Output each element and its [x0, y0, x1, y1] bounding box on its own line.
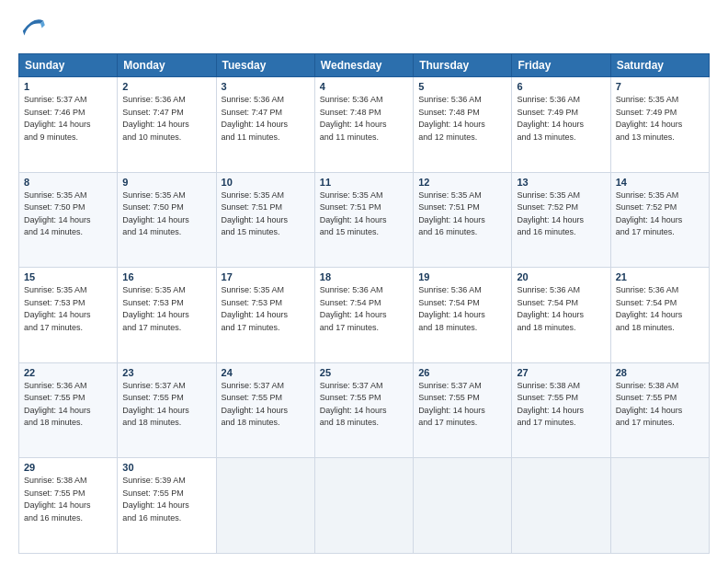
day-info: Sunrise: 5:38 AMSunset: 7:55 PMDaylight:… — [616, 380, 704, 430]
day-cell — [610, 458, 709, 554]
day-number: 3 — [222, 81, 310, 92]
day-cell: 21Sunrise: 5:36 AMSunset: 7:54 PMDayligh… — [610, 268, 709, 363]
day-info: Sunrise: 5:37 AMSunset: 7:55 PMDaylight:… — [122, 380, 210, 430]
day-info: Sunrise: 5:36 AMSunset: 7:54 PMDaylight:… — [517, 284, 605, 334]
day-cell: 19Sunrise: 5:36 AMSunset: 7:54 PMDayligh… — [414, 268, 512, 363]
day-cell: 17Sunrise: 5:35 AMSunset: 7:53 PMDayligh… — [216, 268, 314, 363]
day-info: Sunrise: 5:37 AMSunset: 7:55 PMDaylight:… — [418, 380, 506, 430]
day-number: 8 — [24, 177, 112, 188]
logo-icon — [18, 15, 48, 44]
day-info: Sunrise: 5:37 AMSunset: 7:55 PMDaylight:… — [320, 380, 408, 430]
day-cell: 7Sunrise: 5:35 AMSunset: 7:49 PMDaylight… — [610, 77, 709, 173]
day-cell: 18Sunrise: 5:36 AMSunset: 7:54 PMDayligh… — [314, 268, 413, 363]
day-number: 6 — [517, 81, 605, 92]
day-info: Sunrise: 5:37 AMSunset: 7:55 PMDaylight:… — [222, 380, 310, 430]
day-info: Sunrise: 5:36 AMSunset: 7:47 PMDaylight:… — [122, 94, 210, 144]
day-info: Sunrise: 5:35 AMSunset: 7:49 PMDaylight:… — [616, 94, 704, 144]
day-number: 12 — [418, 177, 506, 188]
col-header-wednesday: Wednesday — [314, 54, 413, 77]
day-cell: 6Sunrise: 5:36 AMSunset: 7:49 PMDaylight… — [512, 77, 610, 173]
day-cell: 28Sunrise: 5:38 AMSunset: 7:55 PMDayligh… — [610, 362, 709, 458]
day-info: Sunrise: 5:37 AMSunset: 7:46 PMDaylight:… — [24, 94, 112, 144]
day-cell — [216, 458, 314, 554]
day-number: 18 — [320, 271, 408, 282]
day-cell: 22Sunrise: 5:36 AMSunset: 7:55 PMDayligh… — [19, 362, 118, 458]
day-info: Sunrise: 5:36 AMSunset: 7:55 PMDaylight:… — [24, 380, 112, 430]
day-cell: 27Sunrise: 5:38 AMSunset: 7:55 PMDayligh… — [512, 362, 610, 458]
day-info: Sunrise: 5:35 AMSunset: 7:51 PMDaylight:… — [222, 190, 310, 239]
day-info: Sunrise: 5:35 AMSunset: 7:53 PMDaylight:… — [24, 284, 112, 334]
day-number: 11 — [320, 177, 408, 188]
col-header-saturday: Saturday — [610, 54, 709, 77]
day-cell — [414, 458, 512, 554]
day-cell: 11Sunrise: 5:35 AMSunset: 7:51 PMDayligh… — [314, 172, 413, 268]
day-number: 13 — [517, 177, 605, 188]
day-number: 10 — [222, 177, 310, 188]
col-header-thursday: Thursday — [414, 54, 512, 77]
day-info: Sunrise: 5:35 AMSunset: 7:53 PMDaylight:… — [122, 284, 210, 334]
day-info: Sunrise: 5:35 AMSunset: 7:52 PMDaylight:… — [517, 190, 605, 239]
day-number: 25 — [320, 367, 408, 378]
day-number: 7 — [616, 81, 704, 92]
day-cell: 20Sunrise: 5:36 AMSunset: 7:54 PMDayligh… — [512, 268, 610, 363]
day-number: 1 — [24, 81, 112, 92]
day-info: Sunrise: 5:35 AMSunset: 7:51 PMDaylight:… — [418, 190, 506, 239]
day-info: Sunrise: 5:36 AMSunset: 7:48 PMDaylight:… — [320, 94, 408, 144]
day-cell: 3Sunrise: 5:36 AMSunset: 7:47 PMDaylight… — [216, 77, 314, 173]
day-cell: 9Sunrise: 5:35 AMSunset: 7:50 PMDaylight… — [118, 172, 216, 268]
day-cell: 16Sunrise: 5:35 AMSunset: 7:53 PMDayligh… — [118, 268, 216, 363]
day-cell: 13Sunrise: 5:35 AMSunset: 7:52 PMDayligh… — [512, 172, 610, 268]
header-row: SundayMondayTuesdayWednesdayThursdayFrid… — [19, 54, 710, 77]
day-info: Sunrise: 5:36 AMSunset: 7:54 PMDaylight:… — [320, 284, 408, 334]
day-info: Sunrise: 5:38 AMSunset: 7:55 PMDaylight:… — [517, 380, 605, 430]
week-row-5: 29Sunrise: 5:38 AMSunset: 7:55 PMDayligh… — [19, 458, 710, 554]
day-info: Sunrise: 5:35 AMSunset: 7:51 PMDaylight:… — [320, 190, 408, 239]
day-cell: 24Sunrise: 5:37 AMSunset: 7:55 PMDayligh… — [216, 362, 314, 458]
day-info: Sunrise: 5:36 AMSunset: 7:49 PMDaylight:… — [517, 94, 605, 144]
week-row-3: 15Sunrise: 5:35 AMSunset: 7:53 PMDayligh… — [19, 268, 710, 363]
day-info: Sunrise: 5:39 AMSunset: 7:55 PMDaylight:… — [122, 475, 210, 524]
day-number: 15 — [24, 271, 112, 282]
day-cell: 23Sunrise: 5:37 AMSunset: 7:55 PMDayligh… — [118, 362, 216, 458]
day-number: 20 — [517, 271, 605, 282]
day-info: Sunrise: 5:36 AMSunset: 7:48 PMDaylight:… — [418, 94, 506, 144]
day-info: Sunrise: 5:36 AMSunset: 7:47 PMDaylight:… — [222, 94, 310, 144]
day-info: Sunrise: 5:36 AMSunset: 7:54 PMDaylight:… — [616, 284, 704, 334]
day-info: Sunrise: 5:35 AMSunset: 7:50 PMDaylight:… — [122, 190, 210, 239]
day-info: Sunrise: 5:36 AMSunset: 7:54 PMDaylight:… — [418, 284, 506, 334]
day-cell: 5Sunrise: 5:36 AMSunset: 7:48 PMDaylight… — [414, 77, 512, 173]
day-number: 27 — [517, 367, 605, 378]
day-cell: 25Sunrise: 5:37 AMSunset: 7:55 PMDayligh… — [314, 362, 413, 458]
day-cell — [512, 458, 610, 554]
day-cell: 14Sunrise: 5:35 AMSunset: 7:52 PMDayligh… — [610, 172, 709, 268]
day-cell: 4Sunrise: 5:36 AMSunset: 7:48 PMDaylight… — [314, 77, 413, 173]
day-number: 19 — [418, 271, 506, 282]
week-row-2: 8Sunrise: 5:35 AMSunset: 7:50 PMDaylight… — [19, 172, 710, 268]
day-cell: 26Sunrise: 5:37 AMSunset: 7:55 PMDayligh… — [414, 362, 512, 458]
day-cell: 10Sunrise: 5:35 AMSunset: 7:51 PMDayligh… — [216, 172, 314, 268]
day-number: 30 — [122, 462, 210, 473]
day-number: 14 — [616, 177, 704, 188]
day-number: 2 — [122, 81, 210, 92]
day-number: 16 — [122, 271, 210, 282]
day-info: Sunrise: 5:38 AMSunset: 7:55 PMDaylight:… — [24, 475, 112, 524]
logo — [18, 15, 51, 44]
day-number: 4 — [320, 81, 408, 92]
day-number: 26 — [418, 367, 506, 378]
day-number: 29 — [24, 462, 112, 473]
week-row-4: 22Sunrise: 5:36 AMSunset: 7:55 PMDayligh… — [19, 362, 710, 458]
day-number: 24 — [222, 367, 310, 378]
day-cell: 29Sunrise: 5:38 AMSunset: 7:55 PMDayligh… — [19, 458, 118, 554]
day-number: 21 — [616, 271, 704, 282]
day-cell: 2Sunrise: 5:36 AMSunset: 7:47 PMDaylight… — [118, 77, 216, 173]
day-number: 22 — [24, 367, 112, 378]
day-number: 17 — [222, 271, 310, 282]
day-number: 9 — [122, 177, 210, 188]
day-cell: 8Sunrise: 5:35 AMSunset: 7:50 PMDaylight… — [19, 172, 118, 268]
day-cell — [314, 458, 413, 554]
header — [18, 15, 710, 44]
day-cell: 1Sunrise: 5:37 AMSunset: 7:46 PMDaylight… — [19, 77, 118, 173]
col-header-tuesday: Tuesday — [216, 54, 314, 77]
day-info: Sunrise: 5:35 AMSunset: 7:53 PMDaylight:… — [222, 284, 310, 334]
day-cell: 30Sunrise: 5:39 AMSunset: 7:55 PMDayligh… — [118, 458, 216, 554]
